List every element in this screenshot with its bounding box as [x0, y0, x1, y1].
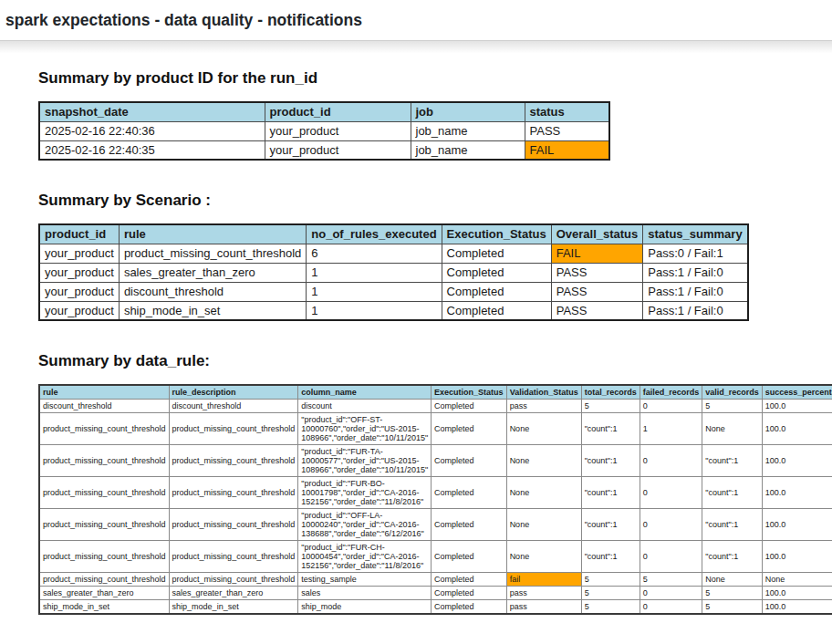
table-cell: None — [506, 413, 581, 445]
table-cell: 1 — [640, 413, 702, 445]
column-header: Execution_Status — [432, 385, 507, 400]
table-cell: pass — [506, 400, 581, 413]
table-cell: 100.0 — [762, 400, 832, 413]
table-cell: pass — [506, 587, 581, 600]
table-cell: Completed — [432, 509, 507, 541]
table-cell: discount — [298, 400, 432, 413]
table-cell: "product_id":"FUR-TA-10000577","order_id… — [298, 445, 432, 477]
table-cell: Completed — [442, 263, 551, 282]
table-cell: "count":1 — [702, 541, 763, 573]
table-cell: "count":1 — [581, 509, 640, 541]
table-cell: 2025-02-16 22:40:36 — [39, 121, 265, 140]
table-cell: product_missing_count_threshold — [39, 509, 169, 541]
table-cell: 5 — [702, 600, 763, 615]
table-cell: testing_sample — [298, 573, 432, 587]
table-cell: 0 — [640, 600, 702, 615]
table-row: 2025-02-16 22:40:36your_productjob_nameP… — [39, 121, 609, 140]
table-cell: Completed — [432, 477, 507, 509]
table-cell: 5 — [581, 400, 640, 413]
product-summary-heading: Summary by product ID for the run_id — [38, 69, 826, 88]
column-header: Validation_Status — [506, 385, 581, 400]
table-cell: your_product — [265, 140, 411, 160]
table-cell: 5 — [702, 400, 763, 413]
column-header: status_summary — [643, 224, 748, 244]
table-cell: None — [702, 413, 763, 445]
table-row: ship_mode_in_setship_mode_in_setship_mod… — [39, 600, 832, 615]
table-cell: "count":1 — [581, 413, 640, 445]
table-cell: product_missing_count_threshold — [119, 244, 306, 263]
product-summary-table: snapshot_dateproduct_idjobstatus2025-02-… — [38, 101, 610, 161]
table-cell: 0 — [640, 400, 702, 413]
table-cell: sales — [298, 587, 432, 600]
report-content: Summary by product ID for the run_id sna… — [0, 53, 832, 624]
table-cell: None — [702, 573, 763, 587]
table-cell: Completed — [432, 445, 507, 477]
table-cell: job_name — [411, 140, 525, 160]
table-cell: your_product — [39, 263, 119, 282]
table-cell: Completed — [432, 400, 507, 413]
column-header: rule — [119, 224, 306, 244]
column-header: no_of_rules_executed — [307, 224, 442, 244]
table-cell: ship_mode_in_set — [39, 600, 169, 615]
table-header-row: product_idruleno_of_rules_executedExecut… — [39, 224, 748, 244]
table-header-row: snapshot_dateproduct_idjobstatus — [39, 102, 609, 121]
table-cell: discount_threshold — [119, 282, 306, 301]
table-cell: 100.0 — [762, 413, 832, 445]
scenario-summary-heading: Summary by Scenario : — [38, 192, 826, 210]
table-cell: None — [506, 541, 581, 573]
table-cell: Pass:1 / Fail:0 — [643, 282, 748, 301]
table-cell: job_name — [411, 121, 525, 140]
table-cell: 5 — [702, 587, 763, 600]
table-row: product_missing_count_thresholdproduct_m… — [39, 573, 832, 587]
table-cell: FAIL — [551, 244, 643, 263]
table-cell: None — [506, 509, 581, 541]
table-cell: None — [506, 445, 581, 477]
column-header: Execution_Status — [442, 224, 551, 244]
table-cell: Completed — [432, 413, 507, 445]
table-cell: product_missing_count_threshold — [39, 541, 169, 573]
table-cell: PASS — [551, 282, 643, 301]
table-cell: pass — [506, 600, 581, 615]
table-row: product_missing_count_thresholdproduct_m… — [39, 541, 832, 573]
table-cell: 0 — [640, 445, 702, 477]
table-cell: Pass:0 / Fail:1 — [643, 244, 748, 263]
table-cell: your_product — [265, 121, 411, 140]
table-row: product_missing_count_thresholdproduct_m… — [39, 413, 832, 445]
column-header: product_id — [265, 102, 411, 121]
table-cell: discount_threshold — [169, 400, 298, 413]
table-cell: "count":1 — [702, 445, 763, 477]
table-cell: sales_greater_than_zero — [169, 587, 298, 600]
table-cell: Completed — [442, 301, 551, 320]
table-cell: ship_mode_in_set — [119, 301, 306, 320]
table-cell: None — [762, 573, 832, 587]
table-cell: 100.0 — [762, 600, 832, 615]
table-cell: product_missing_count_threshold — [169, 477, 298, 509]
table-cell: 100.0 — [762, 541, 832, 573]
column-header: rule — [39, 385, 169, 400]
table-cell: 0 — [640, 477, 702, 509]
table-cell: 0 — [640, 587, 702, 600]
section-scenario-summary: Summary by Scenario : product_idruleno_o… — [38, 192, 826, 321]
table-cell: discount_threshold — [39, 400, 169, 413]
table-cell: product_missing_count_threshold — [169, 573, 298, 587]
table-cell: PASS — [525, 121, 609, 140]
table-cell: "count":1 — [702, 509, 763, 541]
table-cell: "product_id":"OFF-LA-10000240","order_id… — [298, 509, 432, 541]
table-cell: product_missing_count_threshold — [169, 509, 298, 541]
table-cell: PASS — [551, 263, 643, 282]
data-rule-summary-table: rulerule_descriptioncolumn_nameExecution… — [38, 384, 832, 615]
column-header: failed_records — [640, 385, 702, 400]
table-cell: FAIL — [525, 140, 609, 160]
table-cell: "count":1 — [581, 445, 640, 477]
data-rule-summary-heading: Summary by data_rule: — [38, 352, 826, 370]
table-cell: 5 — [581, 573, 640, 587]
table-cell: product_missing_count_threshold — [39, 445, 169, 477]
table-row: your_productdiscount_threshold1Completed… — [39, 282, 748, 301]
table-cell: 100.0 — [762, 445, 832, 477]
table-cell: Completed — [432, 573, 507, 587]
section-product-summary: Summary by product ID for the run_id sna… — [38, 69, 826, 161]
table-row: your_productproduct_missing_count_thresh… — [39, 244, 748, 263]
table-cell: product_missing_count_threshold — [169, 445, 298, 477]
table-cell: 0 — [640, 541, 702, 573]
page-header: spark expectations - data quality - noti… — [0, 0, 832, 41]
